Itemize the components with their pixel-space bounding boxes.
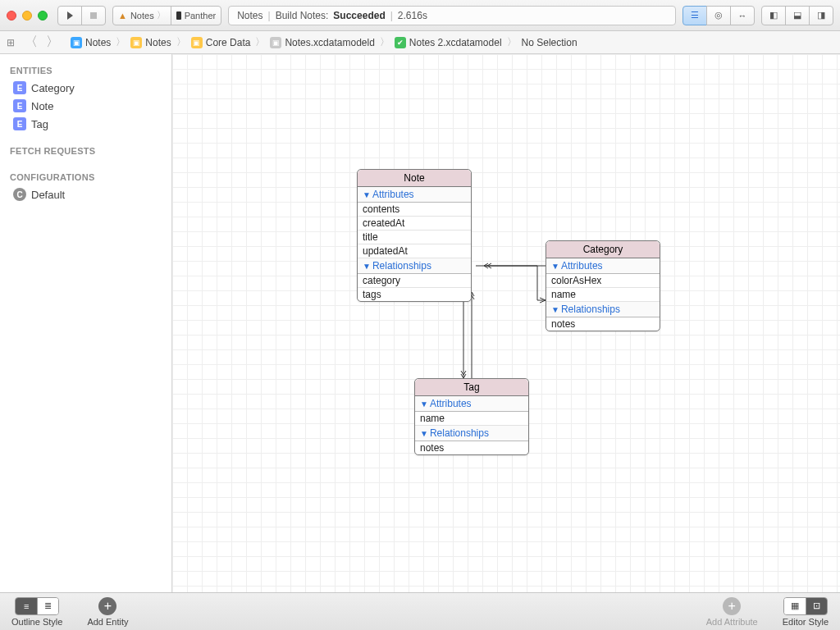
disclosure-icon: ▼ (551, 305, 559, 314)
toggle-debug-button[interactable]: ⬓ (785, 6, 810, 25)
add-entity-button[interactable]: + Add Entity (87, 597, 128, 627)
attribute-row[interactable]: colorAsHex (546, 274, 660, 288)
toggle-inspector-button[interactable]: ◨ (809, 6, 833, 25)
version-editor-button[interactable]: ↔ (730, 6, 755, 25)
stop-icon (90, 12, 97, 19)
disclosure-icon: ▼ (363, 262, 371, 271)
entity-badge-icon: E (13, 81, 26, 94)
scheme-selector[interactable]: ▲ Notes 〉 Panther (112, 6, 221, 25)
crumb-label: Notes (85, 37, 111, 48)
sidebar-item-label: Default (31, 189, 65, 201)
stop-button[interactable] (81, 6, 106, 25)
sidebar-item-label: Category (31, 82, 75, 94)
entity-title: Category (546, 241, 660, 258)
relationship-row[interactable]: notes (546, 317, 660, 331)
chevron-right-icon: 〉 (157, 9, 166, 21)
disclosure-icon: ▼ (551, 262, 559, 271)
outline-list-icon: ≡ (16, 598, 37, 614)
editor-style-button[interactable]: ▦⊡ Editor Style (783, 597, 829, 627)
sidebar-entity-category[interactable]: ECategory (0, 79, 171, 97)
crumb-selection[interactable]: No Selection (522, 37, 578, 48)
minimize-window-button[interactable] (22, 11, 32, 21)
run-button[interactable] (57, 6, 82, 25)
history-back-button[interactable]: 〈 (21, 34, 41, 51)
entity-section-relationships[interactable]: ▼Relationships (546, 302, 660, 317)
attribute-row[interactable]: createdAt (358, 217, 471, 231)
sidebar-entity-tag[interactable]: ETag (0, 115, 171, 133)
attribute-row[interactable]: updatedAt (358, 244, 471, 258)
plus-icon: + (723, 597, 741, 615)
entity-section-relationships[interactable]: ▼Relationships (415, 426, 528, 441)
button-label: Add Entity (87, 617, 128, 627)
entity-box-category[interactable]: Category ▼Attributes colorAsHex name ▼Re… (546, 240, 660, 331)
window-controls (7, 11, 48, 21)
jump-bar: ⊞ 〈 〉 ▣Notes 〉 ▣Notes 〉 ▣Core Data 〉 ▣No… (0, 31, 840, 54)
entity-box-tag[interactable]: Tag ▼Attributes name ▼Relationships note… (414, 378, 529, 455)
crumb-label: Notes.xcdatamodeld (285, 37, 374, 48)
entity-section-attributes[interactable]: ▼Attributes (546, 258, 660, 274)
disclosure-icon: ▼ (420, 429, 428, 438)
zoom-window-button[interactable] (38, 11, 48, 21)
chevron-icon: 〉 (116, 35, 126, 49)
outline-tree-icon: ≣ (37, 598, 58, 614)
button-label: Editor Style (783, 617, 829, 627)
scheme-device-label: Panther (185, 11, 217, 21)
section-label: Attributes (561, 260, 603, 272)
attribute-row[interactable]: contents (358, 203, 471, 217)
entity-title: Note (358, 170, 471, 187)
arrows-icon: ↔ (738, 11, 747, 21)
crumb-project[interactable]: ▣Notes (71, 37, 111, 48)
sidebar-heading-fetch: FETCH REQUESTS (0, 141, 171, 159)
panel-right-icon: ◨ (817, 10, 825, 21)
entity-section-relationships[interactable]: ▼Relationships (358, 258, 471, 274)
assistant-editor-button[interactable]: ◎ (706, 6, 731, 25)
model-canvas[interactable]: Note ▼Attributes contents createdAt titl… (172, 54, 840, 592)
button-label: Outline Style (11, 617, 62, 627)
crumb-group[interactable]: ▣Notes (130, 37, 171, 48)
entity-title: Tag (415, 379, 528, 396)
table-style-icon: ▦ (784, 598, 806, 614)
config-badge-icon: C (13, 188, 26, 201)
attribute-row[interactable]: title (358, 231, 471, 244)
toolbar: ▲ Notes 〉 Panther Notes | Build Notes: S… (0, 0, 840, 31)
add-attribute-button: + Add Attribute (706, 597, 758, 627)
disclosure-icon: ▼ (363, 190, 371, 199)
history-forward-button[interactable]: 〉 (43, 34, 62, 51)
file-icon: ▣ (270, 37, 281, 48)
run-controls (57, 6, 106, 25)
status-result: Succeeded (333, 10, 385, 21)
chevron-icon: 〉 (507, 35, 517, 49)
section-label: Attributes (372, 189, 414, 200)
attribute-row[interactable]: name (415, 412, 528, 426)
status-project: Notes (237, 10, 262, 21)
entity-box-note[interactable]: Note ▼Attributes contents createdAt titl… (357, 169, 472, 302)
related-items-icon[interactable]: ⊞ (7, 37, 15, 48)
sidebar-config-default[interactable]: CDefault (0, 185, 171, 203)
toggle-navigator-button[interactable]: ◧ (761, 6, 786, 25)
relationship-row[interactable]: notes (415, 441, 528, 454)
crumb-label: Core Data (206, 37, 251, 48)
relationship-row[interactable]: tags (358, 288, 471, 301)
standard-editor-button[interactable]: ☰ (682, 6, 707, 25)
outline-style-button[interactable]: ≡≣ Outline Style (11, 597, 62, 627)
sidebar-entity-note[interactable]: ENote (0, 97, 171, 115)
close-window-button[interactable] (7, 11, 16, 21)
scheme-target[interactable]: ▲ Notes 〉 (112, 6, 171, 25)
crumb-model[interactable]: ✔Notes 2.xcdatamodel (395, 37, 502, 48)
editor-bottom-bar: ≡≣ Outline Style + Add Entity + Add Attr… (0, 592, 840, 630)
relationship-row[interactable]: category (358, 274, 471, 288)
attribute-row[interactable]: name (546, 288, 660, 302)
crumb-label: No Selection (522, 37, 578, 48)
section-label: Attributes (430, 398, 472, 409)
crumb-file[interactable]: ▣Notes.xcdatamodeld (270, 37, 374, 48)
panel-left-icon: ◧ (769, 10, 778, 21)
entity-section-attributes[interactable]: ▼Attributes (358, 187, 471, 203)
entity-badge-icon: E (13, 117, 26, 130)
entity-section-attributes[interactable]: ▼Attributes (415, 396, 528, 412)
app-icon: ▲ (118, 11, 127, 21)
model-icon: ✔ (395, 37, 406, 48)
scheme-app-label: Notes (130, 11, 154, 21)
scheme-device[interactable]: Panther (171, 6, 222, 25)
crumb-group[interactable]: ▣Core Data (191, 37, 251, 48)
venn-icon: ◎ (714, 10, 723, 21)
